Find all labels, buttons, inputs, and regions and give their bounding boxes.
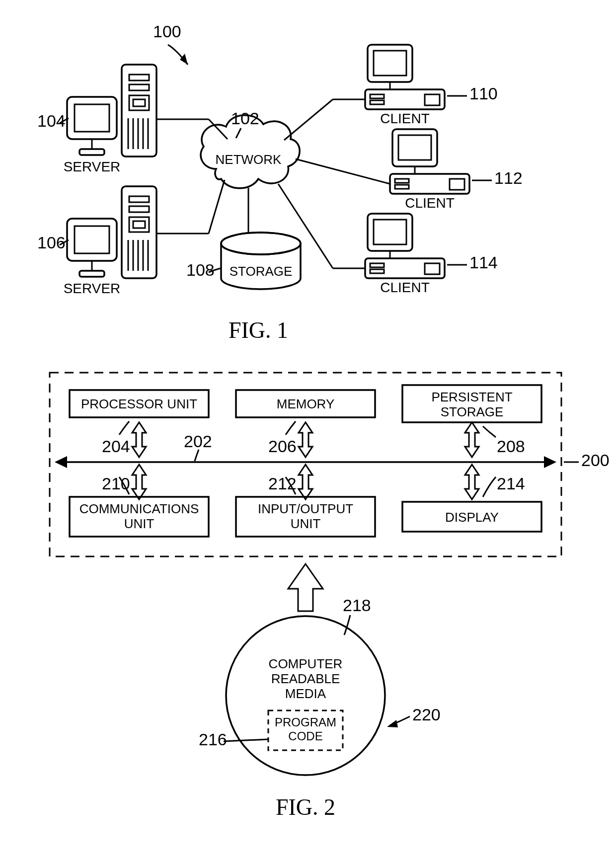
bus-arrow-icon — [299, 465, 312, 499]
server-104: SERVER — [64, 65, 156, 174]
ref-202: 202 — [184, 432, 212, 451]
fig2-caption: FIG. 2 — [276, 794, 335, 820]
ref-214: 214 — [497, 474, 525, 493]
ref-106: 106 — [37, 233, 66, 252]
ref-110: 110 — [469, 84, 498, 103]
svg-line-54 — [209, 180, 225, 234]
persistent-storage-l2: STORAGE — [441, 404, 504, 419]
processor-unit-label: PROCESSOR UNIT — [81, 396, 197, 411]
client-112-label: CLIENT — [405, 195, 455, 211]
ref-208: 208 — [497, 437, 525, 456]
ref-100: 100 — [153, 22, 181, 41]
arrowhead-icon — [55, 456, 67, 468]
arrowhead-icon — [544, 456, 556, 468]
svg-rect-33 — [365, 89, 445, 109]
client-114-label: CLIENT — [380, 280, 430, 295]
persistent-storage-l1: PERSISTENT — [431, 390, 512, 404]
client-112: CLIENT — [390, 129, 469, 211]
up-arrow-icon — [288, 564, 323, 611]
bus-arrow-icon — [299, 422, 312, 457]
ref-218: 218 — [343, 596, 371, 615]
communications-l1: COMMUNICATIONS — [79, 501, 199, 516]
svg-rect-3 — [79, 149, 104, 155]
bus-arrow-icon — [132, 422, 146, 457]
bus-arrow-icon — [465, 422, 479, 457]
ref-200: 200 — [581, 451, 610, 470]
media-l1: COMPUTER — [269, 656, 343, 671]
ref-108: 108 — [186, 260, 215, 279]
storage-label: STORAGE — [230, 264, 293, 279]
program-code-l1: PROGRAM — [275, 715, 336, 729]
media-l3: MEDIA — [285, 686, 326, 701]
client-114: CLIENT — [365, 214, 445, 295]
fig1-caption: FIG. 1 — [229, 317, 288, 343]
ref-216: 216 — [199, 730, 227, 749]
svg-line-58 — [296, 159, 390, 184]
ref-210: 210 — [102, 474, 130, 493]
memory-label: MEMORY — [277, 396, 335, 411]
display-label: DISPLAY — [445, 510, 499, 525]
storage-108: STORAGE — [221, 233, 301, 289]
server-106-label: SERVER — [64, 281, 121, 296]
svg-rect-40 — [390, 174, 469, 194]
figure-page: 100 SERVER 104 — [0, 0, 616, 866]
io-l1: INPUT/OUTPUT — [258, 501, 353, 516]
ref-104: 104 — [37, 111, 66, 130]
ref-212: 212 — [268, 474, 297, 493]
figure-1: 100 SERVER 104 — [37, 22, 523, 343]
ref-204: 204 — [102, 437, 130, 456]
ref-206: 206 — [268, 437, 297, 456]
io-l2: UNIT — [291, 516, 321, 531]
bus-arrow-icon — [132, 465, 146, 499]
server-106: SERVER — [64, 186, 156, 296]
network-label: NETWORK — [216, 152, 282, 167]
svg-line-59 — [278, 184, 333, 268]
figure-2: PROCESSOR UNIT MEMORY PERSISTENT STORAGE… — [50, 373, 610, 820]
ref-112: 112 — [494, 168, 523, 187]
communications-l2: UNIT — [124, 516, 154, 531]
ref-220: 220 — [412, 705, 441, 724]
media-l2: READABLE — [271, 671, 340, 686]
svg-line-52 — [209, 119, 228, 139]
ref-102: 102 — [231, 109, 259, 128]
client-110-label: CLIENT — [380, 111, 430, 126]
svg-point-29 — [221, 233, 301, 254]
svg-rect-47 — [365, 258, 445, 278]
arrowhead-icon — [387, 720, 398, 727]
bus-arrow-icon — [465, 465, 479, 499]
server-104-label: SERVER — [64, 159, 121, 174]
client-110: CLIENT — [365, 45, 445, 126]
program-code-l2: CODE — [288, 729, 322, 743]
svg-line-56 — [284, 99, 333, 140]
ref-114: 114 — [469, 253, 498, 272]
svg-rect-17 — [79, 271, 104, 277]
